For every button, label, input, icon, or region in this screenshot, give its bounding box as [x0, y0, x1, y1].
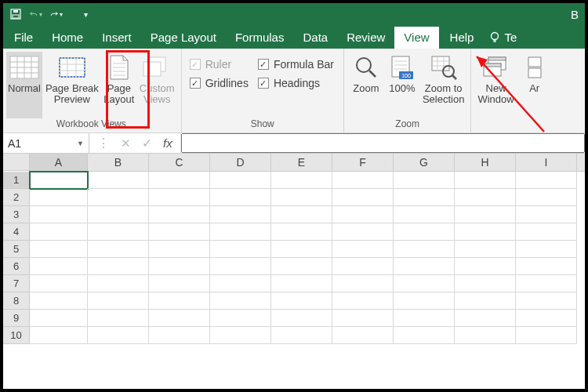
- zoom-button[interactable]: Zoom: [349, 52, 383, 118]
- cell[interactable]: [271, 258, 332, 275]
- cell[interactable]: [88, 206, 149, 223]
- custom-views-button[interactable]: Custom Views: [138, 52, 176, 118]
- cell[interactable]: [30, 189, 88, 206]
- cell[interactable]: [455, 275, 516, 292]
- cell[interactable]: [394, 223, 455, 241]
- row-header[interactable]: 2: [3, 189, 30, 206]
- tab-review[interactable]: Review: [337, 27, 394, 49]
- cell[interactable]: [271, 206, 332, 223]
- row-header[interactable]: 4: [3, 223, 30, 241]
- tab-file[interactable]: File: [5, 27, 42, 49]
- cell[interactable]: [516, 172, 577, 189]
- cell[interactable]: [394, 310, 455, 327]
- cell[interactable]: [210, 172, 271, 189]
- normal-view-button[interactable]: Normal: [6, 52, 42, 118]
- cell[interactable]: [516, 275, 577, 292]
- cell[interactable]: [332, 292, 394, 310]
- cell[interactable]: [210, 206, 271, 223]
- cell[interactable]: [210, 310, 271, 327]
- tab-help[interactable]: Help: [439, 27, 485, 49]
- cell[interactable]: [394, 327, 455, 344]
- cell[interactable]: [455, 327, 516, 344]
- cell[interactable]: [332, 189, 394, 206]
- column-header[interactable]: G: [394, 154, 455, 171]
- cell[interactable]: [30, 206, 88, 223]
- row-header[interactable]: 1: [3, 172, 30, 189]
- cell[interactable]: [30, 241, 88, 258]
- cell[interactable]: [149, 241, 210, 258]
- cell[interactable]: [271, 241, 332, 258]
- row-header[interactable]: 5: [3, 241, 30, 258]
- cell[interactable]: [210, 327, 271, 344]
- cell[interactable]: [88, 310, 149, 327]
- cell[interactable]: [30, 172, 88, 189]
- cell[interactable]: [149, 275, 210, 292]
- cell[interactable]: [149, 327, 210, 344]
- column-header[interactable]: D: [210, 154, 271, 171]
- row-header[interactable]: 10: [3, 327, 30, 344]
- zoom-to-selection-button[interactable]: Zoom to Selection: [421, 52, 466, 118]
- cell[interactable]: [455, 310, 516, 327]
- page-break-preview-button[interactable]: Page Break Preview: [44, 52, 100, 118]
- gridlines-checkbox[interactable]: ✓Gridlines: [190, 77, 249, 89]
- cell[interactable]: [394, 172, 455, 189]
- cell[interactable]: [210, 223, 271, 241]
- cell[interactable]: [394, 292, 455, 310]
- tab-view[interactable]: View: [394, 27, 438, 49]
- cell[interactable]: [394, 275, 455, 292]
- cell[interactable]: [88, 172, 149, 189]
- cell[interactable]: [516, 241, 577, 258]
- cell[interactable]: [455, 241, 516, 258]
- tab-insert[interactable]: Insert: [93, 27, 141, 49]
- cell[interactable]: [394, 241, 455, 258]
- cell[interactable]: [271, 172, 332, 189]
- cell[interactable]: [394, 206, 455, 223]
- column-header[interactable]: E: [271, 154, 332, 171]
- cell[interactable]: [332, 206, 394, 223]
- zoom-100-button[interactable]: 100 100%: [385, 52, 419, 118]
- cell[interactable]: [455, 292, 516, 310]
- arrange-all-button[interactable]: Ar: [517, 52, 552, 118]
- undo-icon[interactable]: ▾: [30, 8, 42, 20]
- cell[interactable]: [455, 223, 516, 241]
- cell[interactable]: [394, 189, 455, 206]
- cell[interactable]: [149, 258, 210, 275]
- cell[interactable]: [271, 189, 332, 206]
- cell[interactable]: [210, 292, 271, 310]
- row-header[interactable]: 7: [3, 275, 30, 292]
- cell[interactable]: [516, 258, 577, 275]
- chevron-down-icon[interactable]: ▼: [77, 140, 84, 147]
- cell[interactable]: [394, 258, 455, 275]
- cell[interactable]: [30, 275, 88, 292]
- dots-icon[interactable]: ⋮: [97, 136, 110, 151]
- cell[interactable]: [332, 327, 394, 344]
- tab-home[interactable]: Home: [42, 27, 93, 49]
- formula-bar-checkbox[interactable]: ✓Formula Bar: [258, 58, 334, 71]
- tab-page-layout[interactable]: Page Layout: [141, 27, 226, 49]
- row-header[interactable]: 6: [3, 258, 30, 275]
- cell[interactable]: [271, 310, 332, 327]
- cell[interactable]: [149, 310, 210, 327]
- cell[interactable]: [30, 327, 88, 344]
- cell[interactable]: [30, 223, 88, 241]
- headings-checkbox[interactable]: ✓Headings: [258, 77, 334, 89]
- tell-me[interactable]: Te: [485, 27, 521, 49]
- cell[interactable]: [271, 275, 332, 292]
- cell[interactable]: [88, 292, 149, 310]
- qat-customize-icon[interactable]: ▾: [79, 8, 92, 20]
- cell[interactable]: [149, 206, 210, 223]
- cell[interactable]: [149, 223, 210, 241]
- cell[interactable]: [271, 327, 332, 344]
- cell[interactable]: [30, 292, 88, 310]
- new-window-button[interactable]: New Window: [476, 52, 515, 118]
- cell[interactable]: [332, 275, 394, 292]
- cell[interactable]: [88, 258, 149, 275]
- formula-input[interactable]: [181, 133, 585, 153]
- cell[interactable]: [210, 241, 271, 258]
- column-header[interactable]: C: [149, 154, 210, 171]
- cell[interactable]: [210, 258, 271, 275]
- cell[interactable]: [149, 292, 210, 310]
- column-header[interactable]: A: [30, 154, 88, 171]
- cell[interactable]: [516, 292, 577, 310]
- cell[interactable]: [149, 189, 210, 206]
